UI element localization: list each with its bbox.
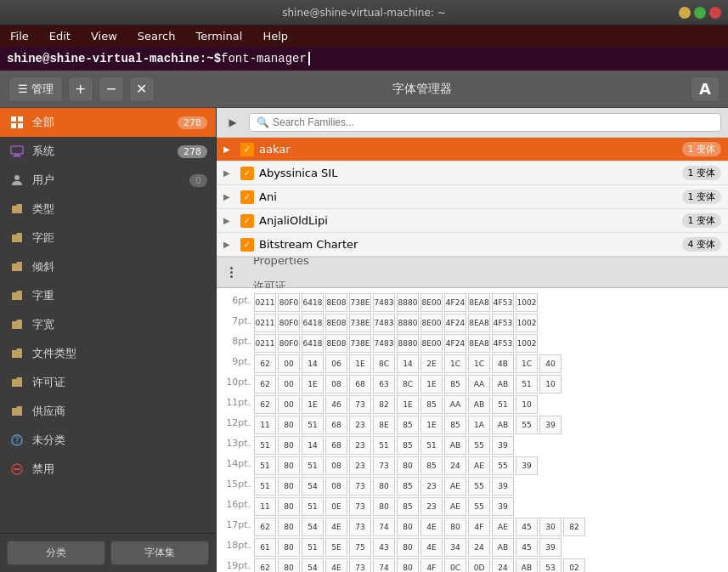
char-cell[interactable]: 23 xyxy=(420,497,443,516)
char-cell[interactable]: 80 xyxy=(373,477,395,496)
char-cell[interactable]: 4E xyxy=(420,538,443,557)
char-cell[interactable]: 39 xyxy=(492,477,514,496)
tab-properties[interactable]: Properties xyxy=(242,258,324,273)
char-cell[interactable]: 80 xyxy=(397,558,419,572)
char-cell[interactable]: 80 xyxy=(278,456,300,475)
sidebar-item-weight[interactable]: 字重 xyxy=(0,281,216,310)
char-cell[interactable]: 62 xyxy=(254,518,276,536)
char-cell[interactable]: 5E xyxy=(325,538,347,557)
char-cell[interactable]: 6418 xyxy=(302,293,324,312)
expand-all-button[interactable]: ▶ xyxy=(223,113,242,132)
sidebar-item-unsorted[interactable]: ?未分类 xyxy=(0,426,216,455)
char-cell[interactable]: 1E xyxy=(397,395,419,414)
char-cell[interactable]: 0D xyxy=(468,558,490,572)
char-cell[interactable]: 4E xyxy=(420,518,443,536)
char-cell[interactable]: 80 xyxy=(444,518,466,536)
char-cell[interactable]: 68 xyxy=(325,416,347,434)
char-cell[interactable]: 8E00 xyxy=(420,334,443,353)
tabs-menu-button[interactable] xyxy=(222,263,240,282)
char-cell[interactable]: 55 xyxy=(468,477,490,496)
char-cell[interactable]: 00 xyxy=(278,395,300,414)
char-cell[interactable]: 0C xyxy=(444,558,466,572)
char-cell[interactable]: 51 xyxy=(302,538,324,557)
char-cell[interactable]: 51 xyxy=(254,456,276,475)
char-cell[interactable]: 80 xyxy=(397,518,419,536)
char-cell[interactable]: 51 xyxy=(302,456,324,475)
remove-button[interactable]: − xyxy=(99,76,124,102)
char-cell[interactable]: 54 xyxy=(302,518,324,536)
char-cell[interactable]: AB xyxy=(468,395,490,414)
char-cell[interactable]: 1A xyxy=(468,416,490,434)
char-cell[interactable]: 73 xyxy=(349,395,371,414)
settings-button[interactable]: ✕ xyxy=(129,76,155,102)
char-cell[interactable]: 34 xyxy=(444,538,466,557)
char-cell[interactable]: 1E xyxy=(302,375,324,394)
font-checkbox[interactable]: ✓ xyxy=(240,238,254,252)
search-input[interactable] xyxy=(273,116,714,128)
char-cell[interactable]: 4F xyxy=(468,518,490,536)
char-cell[interactable]: AB xyxy=(492,375,514,394)
char-cell[interactable]: 85 xyxy=(444,416,466,434)
char-cell[interactable]: 39 xyxy=(492,497,514,516)
font-checkbox[interactable]: ✓ xyxy=(240,143,254,156)
char-cell[interactable]: 85 xyxy=(420,395,443,414)
menu-help[interactable]: Help xyxy=(257,28,293,44)
char-cell[interactable]: 4F53 xyxy=(492,334,514,353)
char-cell[interactable]: 02 xyxy=(563,558,585,572)
font-checkbox[interactable]: ✓ xyxy=(240,167,254,180)
char-cell[interactable]: 24 xyxy=(444,456,466,475)
char-cell[interactable]: 62 xyxy=(254,354,276,373)
char-cell[interactable]: 53 xyxy=(539,558,562,572)
char-cell[interactable]: AA xyxy=(468,375,490,394)
char-cell[interactable]: 82 xyxy=(563,518,585,536)
char-cell[interactable]: 06 xyxy=(325,354,347,373)
manage-button[interactable]: ☰ 管理 xyxy=(8,76,63,102)
char-cell[interactable]: 7483 xyxy=(373,293,395,312)
char-cell[interactable]: AE xyxy=(444,497,466,516)
char-cell[interactable]: 80F0 xyxy=(278,334,300,353)
char-cell[interactable]: 51 xyxy=(254,436,276,455)
char-cell[interactable]: AE xyxy=(492,518,514,536)
char-cell[interactable]: 62 xyxy=(254,558,276,572)
char-cell[interactable]: 1E xyxy=(302,395,324,414)
char-cell[interactable]: 8C xyxy=(373,354,395,373)
char-cell[interactable]: 68 xyxy=(349,375,371,394)
char-cell[interactable]: 1002 xyxy=(516,334,538,353)
char-cell[interactable]: 0211 xyxy=(254,314,276,332)
char-cell[interactable]: 73 xyxy=(349,497,371,516)
char-cell[interactable]: 85 xyxy=(397,416,419,434)
char-cell[interactable]: 7483 xyxy=(373,314,395,332)
char-cell[interactable]: 4E xyxy=(325,518,347,536)
char-cell[interactable]: 23 xyxy=(420,477,443,496)
fontset-button[interactable]: 字体集 xyxy=(110,541,209,565)
char-cell[interactable]: AE xyxy=(444,477,466,496)
char-cell[interactable]: 39 xyxy=(492,436,514,455)
sidebar-item-vendor[interactable]: 供应商 xyxy=(0,397,216,426)
char-cell[interactable]: 6418 xyxy=(302,314,324,332)
sidebar-item-disabled[interactable]: 禁用 xyxy=(0,455,216,484)
char-cell[interactable]: 62 xyxy=(254,395,276,414)
char-cell[interactable]: 80 xyxy=(397,456,419,475)
char-cell[interactable]: 11 xyxy=(254,497,276,516)
char-cell[interactable]: 8880 xyxy=(397,293,419,312)
char-cell[interactable]: 30 xyxy=(539,518,562,536)
char-cell[interactable]: 51 xyxy=(254,477,276,496)
char-cell[interactable]: 8EA8 xyxy=(468,334,490,353)
char-cell[interactable]: 75 xyxy=(349,538,371,557)
char-cell[interactable]: 74 xyxy=(373,518,395,536)
char-cell[interactable]: 55 xyxy=(468,436,490,455)
char-cell[interactable]: AB xyxy=(516,558,538,572)
sidebar-item-spacing[interactable]: 字距 xyxy=(0,224,216,252)
menu-view[interactable]: View xyxy=(86,28,122,44)
char-cell[interactable]: 8E xyxy=(373,416,395,434)
char-cell[interactable]: 80 xyxy=(278,558,300,572)
menu-edit[interactable]: Edit xyxy=(44,28,76,44)
char-cell[interactable]: 11 xyxy=(254,416,276,434)
font-checkbox[interactable]: ✓ xyxy=(240,190,254,204)
char-cell[interactable]: 4F24 xyxy=(444,293,466,312)
char-cell[interactable]: 24 xyxy=(492,558,514,572)
sidebar-item-filetype[interactable]: 文件类型 xyxy=(0,339,216,368)
char-cell[interactable]: AE xyxy=(468,456,490,475)
char-cell[interactable]: 24 xyxy=(468,538,490,557)
char-cell[interactable]: 0E xyxy=(325,497,347,516)
